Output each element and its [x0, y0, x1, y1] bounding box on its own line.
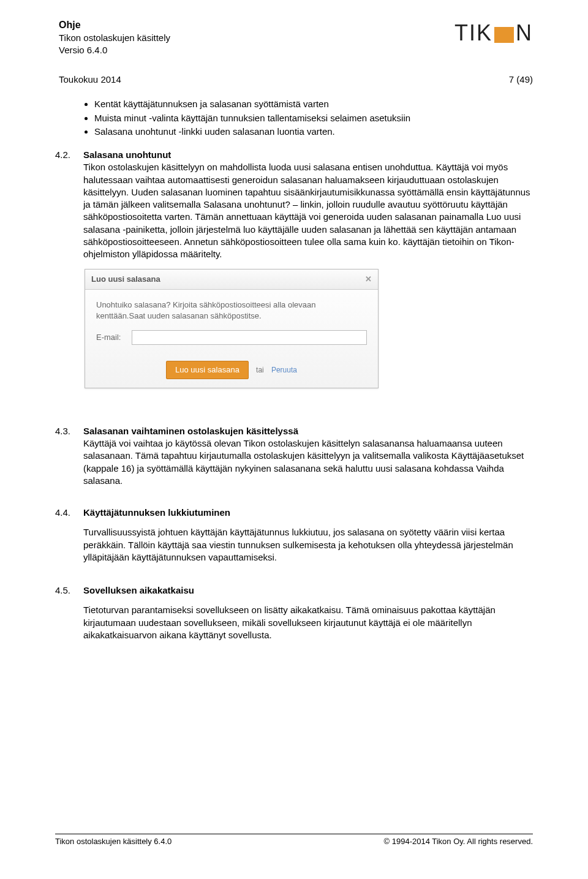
bullet-list: Kentät käyttäjätunnuksen ja salasanan sy…	[94, 98, 533, 138]
logo-o-icon	[494, 27, 514, 43]
logo-text-left: TIK	[454, 18, 492, 48]
or-text: tai	[256, 366, 264, 374]
page-footer: Tikon ostolaskujen käsittely 6.4.0 © 199…	[55, 834, 533, 847]
logo-text-right: N	[516, 18, 533, 48]
tikon-logo: TIKN	[454, 18, 533, 48]
dialog-title: Luo uusi salasana	[91, 274, 160, 285]
section-body: Turvallisuussyistä johtuen käyttäjän käy…	[83, 526, 533, 564]
section-title: Sovelluksen aikakatkaisu	[83, 584, 533, 597]
page-header: Ohje Tikon ostolaskujen käsittely Versio…	[55, 18, 533, 56]
create-password-dialog: Luo uusi salasana ✕ Unohtuiko salasana? …	[85, 269, 379, 388]
footer-left: Tikon ostolaskujen käsittely 6.4.0	[55, 836, 172, 847]
section-4-2: 4.2. Salasana unohtunut Tikon ostolaskuj…	[55, 149, 533, 414]
footer-right: © 1994-2014 Tikon Oy. All rights reserve…	[384, 836, 533, 847]
cancel-link[interactable]: Peruuta	[271, 366, 297, 374]
section-4-3: 4.3. Salasanan vaihtaminen ostolaskujen …	[55, 425, 533, 496]
email-label: E-mail:	[96, 332, 132, 343]
header-text: Ohje Tikon ostolaskujen käsittely Versio…	[55, 18, 170, 56]
list-item: Kentät käyttäjätunnuksen ja salasanan sy…	[94, 98, 533, 110]
doc-date: Toukokuu 2014	[59, 74, 121, 86]
page-meta: Toukokuu 2014 7 (49)	[55, 74, 533, 86]
section-body: Käyttäjä voi vaihtaa jo käytössä olevan …	[83, 437, 533, 487]
section-number: 4.5.	[55, 584, 83, 650]
create-password-button[interactable]: Luo uusi salasana	[166, 361, 249, 379]
section-4-5: 4.5. Sovelluksen aikakatkaisu Tietoturva…	[55, 584, 533, 650]
section-number: 4.2.	[55, 149, 83, 414]
email-field[interactable]	[132, 330, 367, 345]
doc-type: Ohje	[59, 18, 170, 32]
page-number: 7 (49)	[509, 74, 533, 86]
doc-subtitle: Tikon ostolaskujen käsittely	[59, 32, 170, 44]
list-item: Salasana unohtunut -linkki uuden salasan…	[94, 126, 533, 138]
section-number: 4.4.	[55, 507, 83, 572]
section-4-4: 4.4. Käyttäjätunnuksen lukkiutuminen Tur…	[55, 507, 533, 572]
section-title: Käyttäjätunnuksen lukkiutuminen	[83, 507, 533, 519]
list-item: Muista minut -valinta käyttäjän tunnuksi…	[94, 112, 533, 124]
section-title: Salasanan vaihtaminen ostolaskujen käsit…	[83, 426, 298, 436]
section-number: 4.3.	[55, 425, 83, 496]
close-icon[interactable]: ✕	[365, 274, 372, 285]
section-title: Salasana unohtunut	[83, 149, 171, 160]
doc-version: Versio 6.4.0	[59, 44, 170, 56]
dialog-text: Unohtuiko salasana? Kirjoita sähköpostio…	[96, 300, 367, 322]
section-body: Tietoturvan parantamiseksi sovellukseen …	[83, 604, 533, 641]
section-body: Tikon ostolaskujen käsittelyyn on mahdol…	[83, 161, 533, 260]
